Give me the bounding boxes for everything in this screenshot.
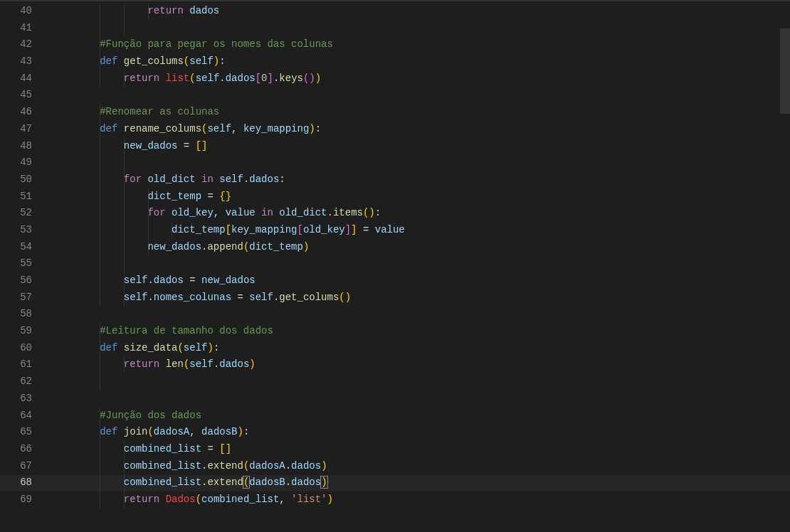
token-br1: ) (345, 292, 351, 303)
token-var: dados (291, 460, 321, 472)
code-line[interactable]: #Junção dos dados (52, 408, 790, 425)
code-line[interactable]: dict_temp = {} (52, 188, 790, 206)
code-line[interactable]: for old_key, value in old_dict.items(): (52, 205, 790, 222)
token-pn: : (214, 342, 219, 353)
indent-guide (148, 3, 149, 20)
indent-guide (100, 188, 100, 206)
code-line[interactable]: def join(dadosA, dadosB): (52, 424, 790, 441)
line-number: 44 (0, 70, 32, 87)
token-kw: def (100, 426, 124, 437)
token-fn: get_colums (124, 55, 184, 67)
code-line[interactable] (52, 373, 790, 390)
token-br1: ( (177, 342, 183, 353)
token-fn: join (124, 426, 148, 437)
token-cmt: #Renomear as colunas (100, 106, 219, 117)
token-var: nomes_colunas (154, 292, 231, 303)
token-var: key_mapping (243, 123, 309, 134)
code-line[interactable] (52, 255, 790, 272)
code-line[interactable]: combined_list.extend(dadosB.dados) (52, 474, 790, 491)
token-var: old_key (172, 207, 214, 218)
indent-guide (124, 171, 125, 188)
token-pn (166, 207, 172, 218)
line-number: 40 (0, 3, 32, 20)
line-number: 67 (0, 458, 32, 475)
line-number: 62 (0, 373, 32, 390)
code-line[interactable]: #Renomear as colunas (52, 104, 790, 121)
code-line[interactable] (52, 306, 790, 323)
code-line[interactable]: #Função para pegar os nomes das colunas (52, 36, 790, 53)
token-kw2: in (261, 207, 273, 218)
token-pn (184, 5, 189, 16)
code-line[interactable]: #Leitura de tamanho dos dados (52, 323, 790, 340)
code-area[interactable]: return dados #Função para pegar os nomes… (46, 0, 790, 532)
token-var: dadosA (154, 426, 189, 437)
token-pn (159, 73, 165, 84)
vertical-scrollbar[interactable] (780, 0, 790, 532)
token-var: combined_list (201, 494, 279, 505)
code-editor[interactable]: 4041424344454647484950515253545556575859… (0, 0, 790, 532)
token-br1: ) (238, 426, 243, 437)
token-pn: : (243, 426, 249, 437)
indent-guide (124, 3, 125, 20)
code-line[interactable]: self.dados = new_dados (52, 272, 790, 289)
code-line[interactable] (52, 87, 790, 104)
token-fn: keys (279, 73, 303, 84)
indent-guide (124, 239, 125, 256)
token-var: old_dict (147, 174, 195, 185)
line-number: 63 (0, 390, 32, 408)
code-line[interactable]: return len(self.dados) (52, 356, 790, 373)
line-number: 52 (0, 205, 32, 222)
code-line[interactable]: return dados (52, 3, 790, 20)
token-fn: append (207, 241, 243, 252)
token-kw: def (100, 55, 124, 67)
code-line[interactable]: def get_colums(self): (52, 53, 790, 70)
token-var: new_dados (147, 241, 201, 252)
token-pn: = (201, 443, 219, 454)
token-br1: [ (226, 224, 231, 235)
token-var: self (124, 292, 148, 303)
token-br1: ( (339, 292, 344, 303)
line-number: 49 (0, 154, 32, 171)
scrollbar-thumb[interactable] (780, 28, 790, 114)
code-line[interactable]: self.nomes_colunas = self.get_colums() (52, 289, 790, 307)
code-line[interactable]: new_dados = [] (52, 138, 790, 155)
code-line[interactable]: for old_dict in self.dados: (52, 171, 790, 188)
code-line[interactable]: combined_list = [] (52, 441, 790, 458)
token-str: 'list' (291, 494, 327, 505)
indent-guide (100, 458, 100, 475)
code-line[interactable]: return list(self.dados[0].keys()) (52, 70, 790, 87)
code-line[interactable]: return Dados(combined_list, 'list') (52, 491, 790, 509)
line-number: 66 (0, 441, 32, 458)
token-fn: get_colums (279, 292, 339, 303)
line-number: 47 (0, 121, 32, 138)
token-pn: . (147, 292, 153, 303)
token-br1: } (226, 191, 231, 202)
code-line[interactable]: dict_temp[key_mapping[old_key]] = value (52, 222, 790, 239)
token-pn: . (327, 207, 333, 218)
code-line[interactable] (52, 154, 790, 171)
indent-guide (124, 154, 125, 171)
code-line[interactable]: new_dados.append(dict_temp) (52, 239, 790, 256)
token-var: self (196, 73, 220, 84)
indent-guide (124, 272, 125, 289)
token-fn: rename_colums (124, 123, 201, 134)
indent-guide (100, 323, 100, 340)
token-var: old_key (303, 224, 345, 235)
token-br2: ) (309, 73, 315, 84)
token-br1: { (219, 191, 225, 202)
line-number: 54 (0, 239, 32, 256)
token-kw2: return (147, 5, 183, 16)
token-pn: . (285, 477, 291, 488)
code-line[interactable]: def size_data(self): (52, 340, 790, 357)
code-line[interactable] (52, 20, 790, 37)
code-line[interactable]: combined_list.extend(dadosA.dados) (52, 458, 790, 475)
token-var: combined_list (124, 460, 201, 472)
token-var: self (124, 275, 148, 286)
code-line[interactable] (52, 390, 790, 408)
token-var: self (207, 123, 231, 134)
token-br1: ) (207, 342, 213, 353)
line-number: 41 (0, 20, 32, 37)
token-fn: size_data (124, 342, 178, 353)
code-line[interactable]: def rename_colums(self, key_mapping): (52, 121, 790, 138)
line-number: 59 (0, 323, 32, 340)
